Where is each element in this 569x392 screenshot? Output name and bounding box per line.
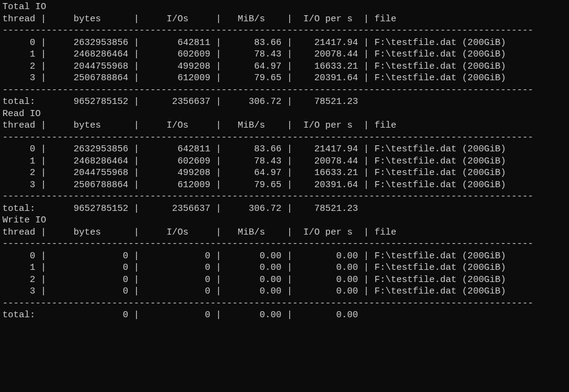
- divider: ----------------------------------------…: [2, 191, 567, 203]
- table-header: thread | bytes | I/Os | MiB/s | I/O per …: [2, 120, 567, 132]
- section-title: Write IO: [2, 215, 567, 227]
- divider: ----------------------------------------…: [2, 25, 567, 37]
- table-total: total: 0 | 0 | 0.00 | 0.00: [2, 309, 567, 322]
- table-row: 1 | 2468286464 | 602609 | 78.43 | 20078.…: [2, 156, 567, 168]
- table-row: 0 | 2632953856 | 642811 | 83.66 | 21417.…: [2, 37, 567, 49]
- table-total: total: 9652785152 | 2356637 | 306.72 | 7…: [2, 96, 567, 108]
- table-header: thread | bytes | I/Os | MiB/s | I/O per …: [2, 227, 567, 239]
- table-header: thread | bytes | I/Os | MiB/s | I/O per …: [2, 13, 567, 26]
- table-row: 1 | 0 | 0 | 0.00 | 0.00 | F:\testfile.da…: [2, 262, 567, 274]
- table-row: 0 | 0 | 0 | 0.00 | 0.00 | F:\testfile.da…: [2, 250, 567, 263]
- divider: ----------------------------------------…: [2, 238, 567, 250]
- table-row: 3 | 2506788864 | 612009 | 79.65 | 20391.…: [2, 179, 567, 191]
- section-title: Read IO: [2, 108, 567, 120]
- table-total: total: 9652785152 | 2356637 | 306.72 | 7…: [2, 203, 567, 215]
- divider: ----------------------------------------…: [2, 132, 567, 144]
- divider: ----------------------------------------…: [2, 298, 567, 310]
- table-row: 2 | 0 | 0 | 0.00 | 0.00 | F:\testfile.da…: [2, 274, 567, 286]
- table-row: 0 | 2632953856 | 642811 | 83.66 | 21417.…: [2, 143, 567, 156]
- table-row: 2 | 2044755968 | 499208 | 64.97 | 16633.…: [2, 61, 567, 73]
- table-row: 3 | 2506788864 | 612009 | 79.65 | 20391.…: [2, 72, 567, 84]
- terminal-output: Total IOthread | bytes | I/Os | MiB/s | …: [0, 0, 569, 323]
- table-row: 1 | 2468286464 | 602609 | 78.43 | 20078.…: [2, 49, 567, 61]
- divider: ----------------------------------------…: [2, 84, 567, 97]
- table-row: 3 | 0 | 0 | 0.00 | 0.00 | F:\testfile.da…: [2, 286, 567, 298]
- section-title: Total IO: [2, 1, 567, 13]
- table-row: 2 | 2044755968 | 499208 | 64.97 | 16633.…: [2, 167, 567, 179]
